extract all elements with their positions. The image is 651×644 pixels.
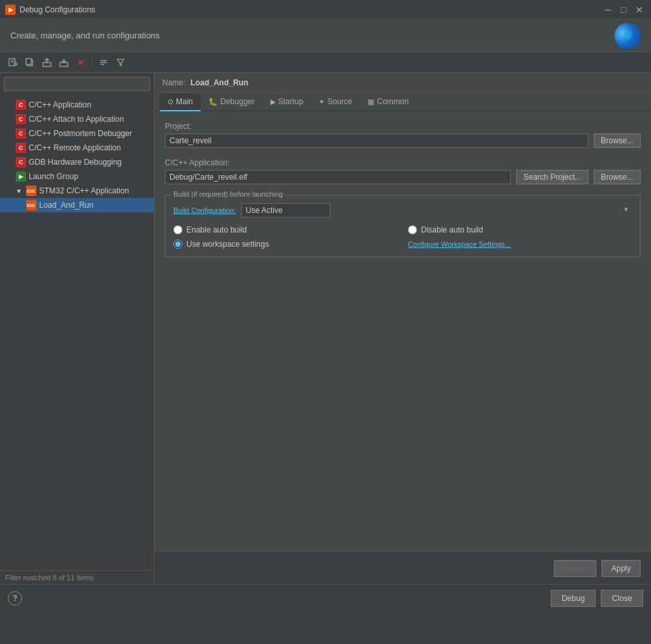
export-button[interactable]	[39, 55, 55, 70]
cpp-attach-icon: C	[16, 114, 26, 124]
eclipse-logo: 🌐	[615, 23, 641, 49]
cpp-app-field-label: C/C++ Application:	[165, 158, 641, 167]
subtitle-bar: Create, manage, and run configurations 🌐	[0, 20, 651, 52]
build-config-dropdown[interactable]: Use Active Select Automatically Disable	[241, 203, 330, 217]
collapse-all-button[interactable]	[96, 55, 111, 70]
gdb-hw-label: GDB Hardware Debugging	[29, 158, 122, 167]
use-workspace-label: Use workspace settings	[186, 240, 269, 249]
project-input[interactable]	[165, 133, 588, 148]
config-search-input[interactable]	[4, 77, 150, 91]
launch-group-icon: ▶	[16, 171, 26, 182]
svg-marker-14	[117, 59, 124, 66]
help-button[interactable]: ?	[8, 591, 22, 606]
build-config-dropdown-wrap: Use Active Select Automatically Disable	[241, 203, 632, 217]
new-config-button[interactable]	[5, 55, 21, 70]
disable-auto-radio[interactable]	[408, 225, 417, 234]
svg-rect-6	[26, 59, 31, 64]
config-tree: C C/C++ Application C C/C++ Attach to Ap…	[0, 95, 154, 570]
radio-disable-auto[interactable]: Disable auto build	[408, 225, 632, 234]
debugger-tab-label: Debugger	[220, 97, 255, 106]
window-title: Debug Configurations	[20, 5, 598, 14]
apply-button[interactable]: Apply	[601, 560, 641, 577]
source-tab-icon: ✦	[319, 98, 325, 106]
filter-status: Filter matched 8 of 11 items	[0, 570, 154, 584]
debugger-tab-icon: 🐛	[209, 98, 218, 106]
radio-use-workspace[interactable]: Use workspace settings	[173, 240, 398, 249]
left-panel: C C/C++ Application C C/C++ Attach to Ap…	[0, 73, 154, 584]
tree-item-launch-group[interactable]: ▶ Launch Group	[0, 169, 154, 184]
close-window-button[interactable]: ✕	[633, 3, 646, 16]
use-workspace-radio[interactable]	[173, 240, 182, 249]
name-label: Name:	[162, 78, 185, 87]
configure-workspace-link-item[interactable]: Configure Workspace Settings...	[408, 240, 632, 249]
tree-item-cpp-app[interactable]: C C/C++ Application	[0, 98, 154, 112]
app-icon: ▶	[5, 5, 16, 15]
tab-source[interactable]: ✦ Source	[311, 93, 360, 111]
tree-item-cpp-postmortem[interactable]: C C/C++ Postmortem Debugger	[0, 126, 154, 141]
cpp-attach-label: C/C++ Attach to Application	[29, 115, 124, 124]
config-name-value: Load_And_Run	[190, 78, 248, 87]
duplicate-button[interactable]	[22, 55, 38, 70]
stm32-label: STM32 C/C++ Application	[39, 186, 129, 195]
build-config-row: Build Configuration: Use Active Select A…	[173, 203, 632, 217]
delete-button[interactable]: ✕	[73, 55, 89, 70]
tree-item-gdb-hw[interactable]: C GDB Hardware Debugging	[0, 155, 154, 169]
name-bar: Name: Load_And_Run	[154, 73, 651, 93]
tab-common[interactable]: ▦ Common	[360, 93, 416, 111]
configure-workspace-link[interactable]: Configure Workspace Settings...	[408, 240, 511, 248]
cpp-remote-label: C/C++ Remote Application	[29, 143, 121, 152]
build-group: Build (if required) before launching Bui…	[165, 195, 641, 257]
cpp-app-icon: C	[16, 100, 26, 110]
cpp-remote-icon: C	[16, 143, 26, 153]
common-tab-label: Common	[377, 97, 409, 106]
close-button[interactable]: Close	[601, 590, 643, 607]
maximize-button[interactable]: □	[617, 3, 630, 16]
filter-button[interactable]	[113, 55, 128, 70]
stm32-expand-arrow: ▼	[16, 188, 22, 195]
search-project-button[interactable]: Search Project...	[516, 170, 588, 184]
cpp-postmortem-icon: C	[16, 128, 26, 139]
revert-button[interactable]: Revert	[554, 560, 596, 577]
load-and-run-label: Load_And_Run	[39, 201, 93, 210]
right-panel: Name: Load_And_Run ⊙ Main 🐛 Debugger ▶ S…	[154, 73, 651, 584]
launch-group-label: Launch Group	[29, 172, 78, 181]
minimize-button[interactable]: ─	[601, 3, 615, 16]
import-button[interactable]	[56, 55, 72, 70]
cpp-app-browse-button[interactable]: Browse...	[594, 170, 641, 184]
window-controls: ─ □ ✕	[601, 3, 646, 16]
subtitle-text: Create, manage, and run configurations	[10, 31, 160, 40]
tab-debugger[interactable]: 🐛 Debugger	[201, 93, 263, 111]
radio-enable-auto[interactable]: Enable auto build	[173, 225, 398, 234]
project-browse-button[interactable]: Browse...	[594, 133, 641, 148]
load-and-run-icon: IDE	[26, 200, 36, 210]
startup-tab-icon: ▶	[270, 98, 276, 106]
stm32-icon: IDE	[26, 186, 36, 196]
tree-item-cpp-attach[interactable]: C C/C++ Attach to Application	[0, 112, 154, 126]
title-bar: ▶ Debug Configurations ─ □ ✕	[0, 0, 651, 20]
action-bar: Revert Apply	[154, 552, 651, 584]
enable-auto-label: Enable auto build	[186, 225, 247, 234]
build-group-title: Build (if required) before launching	[171, 190, 285, 198]
tree-item-cpp-remote[interactable]: C C/C++ Remote Application	[0, 141, 154, 155]
main-tab-icon: ⊙	[167, 98, 173, 106]
startup-tab-label: Startup	[278, 97, 304, 106]
cpp-postmortem-label: C/C++ Postmortem Debugger	[29, 129, 132, 138]
tree-item-stm32-group[interactable]: ▼ IDE STM32 C/C++ Application	[0, 184, 154, 198]
tree-item-load-and-run[interactable]: IDE Load_And_Run	[0, 198, 154, 212]
gdb-hw-icon: C	[16, 157, 26, 167]
tab-startup[interactable]: ▶ Startup	[263, 93, 311, 111]
enable-auto-radio[interactable]	[173, 225, 182, 234]
tab-main[interactable]: ⊙ Main	[160, 93, 201, 111]
build-config-link[interactable]: Build Configuration:	[173, 206, 236, 214]
toolbar-separator	[92, 57, 93, 68]
footer-bar: ? Debug Close	[0, 584, 651, 611]
main-tab-label: Main	[176, 97, 193, 106]
cpp-app-input[interactable]	[165, 170, 511, 184]
debug-button[interactable]: Debug	[551, 590, 596, 607]
cpp-app-label: C/C++ Application	[29, 100, 91, 109]
common-tab-icon: ▦	[368, 98, 374, 106]
svg-rect-9	[60, 63, 68, 66]
disable-auto-label: Disable auto build	[421, 225, 483, 234]
cpp-app-row: Search Project... Browse...	[165, 170, 641, 184]
source-tab-label: Source	[327, 97, 352, 106]
